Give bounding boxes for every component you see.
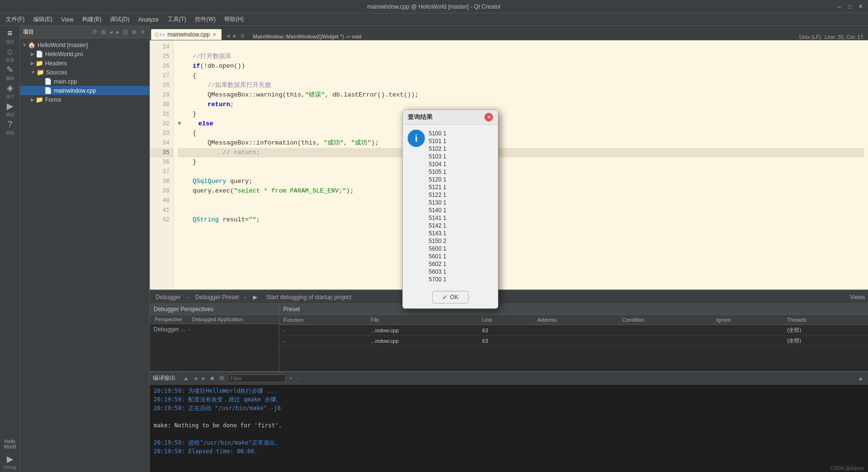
col-file: File	[367, 315, 478, 325]
forms-folder-icon: 📁	[36, 96, 43, 103]
bo-line-1: 20:19:59: 为项目HelloWorld执行步骤 ...	[154, 387, 864, 395]
col-threads: Threads	[783, 315, 868, 325]
bp-condition-1	[618, 325, 712, 336]
menu-build[interactable]: 构建(B)	[78, 14, 105, 24]
build-filter-input[interactable]	[228, 375, 286, 382]
project-header-icons: ⟳ ⊞ ◂ ▸ ⊟ ⊕ ✕	[91, 28, 146, 36]
line-31: 31	[150, 109, 173, 119]
tree-item-headers[interactable]: ▶ 📁 Headers	[20, 59, 149, 68]
locate-icon[interactable]: ⊕	[131, 28, 138, 36]
bo-line-3: 20:19:59: 正在启动 "/usr/bin/make" -j8	[154, 404, 864, 412]
close-doc-icon[interactable]: ✕	[239, 32, 246, 40]
build-next-icon[interactable]: ▸	[201, 374, 207, 382]
project-panel: 项目 ⟳ ⊞ ◂ ▸ ⊟ ⊕ ✕ ▼ 🏠 HelloWorld [master]	[20, 26, 150, 472]
table-row[interactable]: - ...indow.cpp 63 (全部)	[279, 325, 868, 336]
maximize-button[interactable]: □	[846, 3, 854, 11]
tree-item-pro[interactable]: ▶ 📄 HelloWorld.pro	[20, 49, 149, 59]
line-24: 24	[150, 42, 173, 52]
dialog-results-list: 5100 15101 15102 15103 15104 15105 15120…	[429, 130, 493, 283]
build-up-icon[interactable]: ▲	[181, 374, 191, 382]
menu-controls[interactable]: 控件(W)	[191, 14, 219, 24]
col-condition: Condition	[618, 315, 712, 325]
project-title: 项目	[23, 28, 34, 36]
sync-icon[interactable]: ⟳	[91, 28, 98, 36]
filter-icon[interactable]: ⊞	[100, 28, 107, 36]
close-panel-icon[interactable]: ✕	[139, 28, 146, 36]
back-icon[interactable]: ◂	[226, 32, 231, 40]
perspective-tab[interactable]: Perspective	[150, 315, 187, 324]
dialog-result-item: 5100 1	[429, 130, 493, 137]
bo-line-7: 20:19:59: 进程"/usr/bin/make"正常退出。	[154, 438, 864, 447]
build-prev-icon[interactable]: ◂	[193, 374, 199, 382]
debug-panels: Debugger Perspectives Perspective Debugg…	[150, 304, 868, 371]
sidebar-icon-edit[interactable]: ✎ 编辑	[1, 64, 19, 82]
code-line-30: return;	[178, 100, 864, 109]
code-line-26: if(!db.open())	[178, 61, 864, 71]
build-expand-icon[interactable]: +	[288, 374, 294, 382]
start-debugging-icon[interactable]: ▶	[250, 293, 260, 302]
menu-file[interactable]: 文件(F)	[2, 14, 28, 24]
sidebar-icon-helloworld[interactable]: HelloWorld	[1, 436, 19, 453]
sidebar-icon-help[interactable]: ? 帮助	[1, 119, 19, 136]
close-button[interactable]: ✕	[856, 3, 864, 11]
nav-back-icon[interactable]: ◂	[108, 28, 114, 36]
tree-item-main-cpp[interactable]: ▶ 📄 main.cpp	[20, 77, 149, 86]
sidebar-icon-design[interactable]: ◈ 设计	[1, 83, 19, 100]
sources-folder-icon: 📁	[36, 69, 44, 76]
line-26: 26	[150, 61, 173, 71]
menu-debug[interactable]: 调试(D)	[106, 14, 133, 24]
sidebar-icon-project[interactable]: ≡ 项目	[1, 28, 19, 45]
debugged-app-tab[interactable]: Debugged Application	[187, 315, 248, 324]
build-close-icon[interactable]: ▲	[856, 374, 865, 382]
fwd-icon[interactable]: ▸	[232, 32, 238, 40]
code-content[interactable]: //打开数据库 if(!db.open()) { //如果数据库打开失败 QMe…	[174, 40, 868, 290]
statusbar: CSDN @Adunn	[827, 465, 868, 472]
debugger-preset-label[interactable]: Debugger Preset	[193, 293, 242, 302]
nav-fwd-icon[interactable]: ▸	[115, 28, 121, 36]
sidebar-run-debug[interactable]: ▶ Debug	[1, 453, 19, 470]
build-collapse-icon[interactable]: -	[296, 374, 301, 382]
menu-analyze[interactable]: Analyze	[134, 15, 163, 24]
sidebar-icon-debug[interactable]: ▶ 调试	[1, 101, 19, 118]
main-cpp-icon: 📄	[44, 78, 52, 85]
minimize-button[interactable]: ─	[835, 3, 843, 11]
sidebar-icon-welcome[interactable]: ⌂ 欢迎	[1, 46, 19, 63]
build-settings-icon[interactable]: ⚙	[217, 374, 226, 382]
editor-tab-mainwindow[interactable]: C++ mainwindow.cpp ✕	[151, 29, 222, 40]
code-editor[interactable]: 24 25 26 27 28 29 30 31 32 33 34 35 36 3…	[150, 40, 868, 290]
bp-address-1	[534, 325, 618, 336]
line-27: 27	[150, 71, 173, 81]
tree-item-sources[interactable]: ▼ 📁 Sources	[20, 68, 149, 77]
start-debugging-label[interactable]: Start debugging of startup project	[263, 293, 354, 302]
debugger-label[interactable]: Debugger	[153, 293, 184, 302]
function-selector-area	[248, 33, 796, 40]
menu-view[interactable]: View	[57, 15, 77, 24]
collapse-icon[interactable]: ⊟	[122, 28, 129, 36]
dialog-result-item: 5603 1	[429, 268, 493, 276]
tree-item-mainwindow-cpp[interactable]: ▶ 📄 mainwindow.cpp	[20, 86, 149, 95]
function-selector-input[interactable]	[251, 33, 793, 40]
bottom-area: Debugger ▸ Debugger Preset ▸ ▶ Start deb…	[150, 290, 868, 472]
tab-close-icon[interactable]: ✕	[212, 32, 217, 38]
menu-help[interactable]: 帮助(H)	[220, 14, 248, 24]
dialog-result-item: 5122 1	[429, 191, 493, 199]
ok-label: OK	[450, 294, 458, 301]
ok-button[interactable]: ✔ OK	[432, 291, 468, 303]
perspectives-tabs: Perspective Debugged Application	[150, 315, 279, 324]
col-line: Line	[478, 315, 533, 325]
menu-edit[interactable]: 编辑(E)	[29, 14, 56, 24]
breakpoints-header: Preset	[279, 304, 868, 315]
bo-line-2: 20:19:59: 配置没有改变，跳过 qmake 步骤。	[154, 395, 864, 404]
tree-item-helloworld[interactable]: ▼ 🏠 HelloWorld [master]	[20, 40, 149, 49]
breakpoints-table: Function File Line Address Condition Ign…	[279, 315, 868, 371]
table-row[interactable]: - ...indow.cpp 63 (全部)	[279, 336, 868, 346]
dialog-titlebar: 查询结果 ✕	[403, 110, 498, 125]
build-stop-icon[interactable]: ■	[209, 374, 216, 382]
tree-item-forms[interactable]: ▶ 📁 Forms	[20, 95, 149, 104]
code-line-35: // return;	[178, 148, 864, 157]
menu-tools[interactable]: 工具(T)	[164, 14, 190, 24]
views-button[interactable]: Views	[850, 294, 865, 301]
status-text: CSDN @Adunn	[831, 466, 864, 471]
dialog-close-button[interactable]: ✕	[484, 113, 493, 121]
ok-checkmark-icon: ✔	[442, 293, 448, 301]
